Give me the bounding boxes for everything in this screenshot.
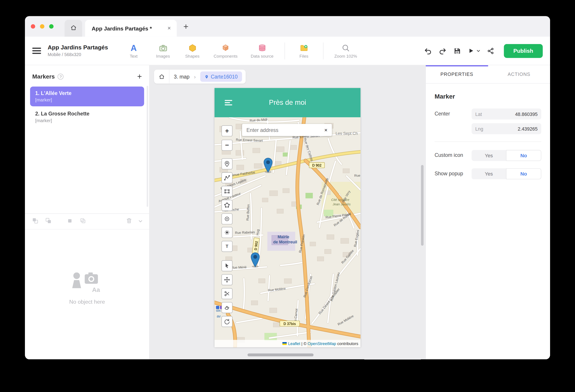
divider: [434, 141, 541, 142]
search-clear-icon[interactable]: ×: [320, 127, 332, 133]
drag-layers-button[interactable]: [221, 274, 232, 285]
editor-toolbar: App Jardins Partagés Mobile / 568x320 A …: [25, 37, 550, 65]
custom-icon-no-option[interactable]: No: [506, 150, 541, 161]
components-tool-button[interactable]: Components: [214, 43, 238, 58]
marker-list-item-1[interactable]: 1. L'Allée Verte [marker]: [30, 87, 144, 106]
leaflet-link[interactable]: Leaflet: [288, 341, 300, 346]
lat-input[interactable]: Lat 48.860395: [472, 109, 541, 119]
show-popup-yes-option[interactable]: Yes: [472, 168, 506, 179]
duplicate-button[interactable]: [66, 217, 73, 226]
osm-link[interactable]: OpenStreetMap: [308, 341, 336, 346]
empty-state: Aa No object here: [25, 230, 149, 359]
panel-scrollbar[interactable]: [147, 86, 148, 207]
custom-icon-toggle: Yes No: [472, 150, 541, 161]
app-menu-icon[interactable]: [224, 98, 233, 109]
svg-text:Rue Rabelais: Rue Rabelais: [235, 230, 255, 234]
map-svg: Rue du MidiRue Ernest SavartRue Ernest S…: [215, 117, 360, 347]
zoom-control[interactable]: Zoom 102%: [335, 43, 357, 58]
redo-icon: [439, 47, 447, 55]
insert-tools: A Text Images Shapes: [125, 43, 273, 58]
minimize-window-button[interactable]: [40, 24, 45, 29]
polygon-icon: [224, 202, 230, 209]
copy-style-button[interactable]: [79, 217, 87, 226]
breadcrumb-page[interactable]: 3. map: [174, 74, 190, 79]
tab-close-icon[interactable]: ×: [166, 25, 172, 32]
send-backward-button[interactable]: [45, 217, 52, 226]
redo-button[interactable]: [439, 47, 447, 55]
publish-button[interactable]: Publish: [504, 44, 543, 58]
database-icon: [258, 43, 266, 53]
images-tool-button[interactable]: Images: [155, 43, 171, 58]
properties-panel: PROPERTIES ACTIONS Marker Center Lat 48.…: [426, 65, 550, 359]
panel-title: Markers: [32, 73, 55, 80]
svg-text:D 37bis: D 37bis: [284, 322, 296, 326]
edit-layers-button[interactable]: [221, 260, 232, 271]
app-window: App Jardins Partagés * × + App Jardins P…: [25, 16, 550, 360]
map-component[interactable]: Rue du MidiRue Ernest SavartRue Ernest S…: [215, 117, 360, 347]
main-menu-button[interactable]: [32, 48, 41, 54]
draw-polyline-button[interactable]: [221, 172, 232, 183]
delete-options-caret[interactable]: [138, 218, 143, 225]
draw-marker-button[interactable]: [221, 158, 232, 169]
text-tool-button[interactable]: A Text: [125, 43, 142, 58]
custom-icon-yes-option[interactable]: Yes: [472, 150, 506, 161]
maximize-window-button[interactable]: [49, 24, 54, 29]
preview-button[interactable]: [468, 48, 480, 54]
rectangle-icon: [224, 188, 230, 195]
add-marker-button[interactable]: +: [137, 72, 142, 81]
zoom-out-button[interactable]: −: [221, 140, 232, 151]
marker-pin-icon: [224, 161, 230, 167]
breadcrumb-component-pill[interactable]: Carte16010: [200, 71, 242, 82]
phone-preview: Près de moi: [215, 88, 360, 347]
svg-text:Mairie: Mairie: [278, 235, 289, 239]
chevron-down-icon: [476, 49, 480, 53]
save-button[interactable]: [453, 47, 461, 55]
toolbar-divider: [323, 42, 323, 59]
tab-properties[interactable]: PROPERTIES: [426, 65, 488, 83]
home-tab[interactable]: [65, 20, 82, 37]
bring-forward-button[interactable]: [32, 217, 39, 226]
delete-button[interactable]: [126, 217, 132, 225]
vertical-scrollbar[interactable]: [421, 165, 424, 246]
shapes-tool-button[interactable]: Shapes: [184, 43, 200, 58]
window-controls: [31, 24, 53, 29]
lng-input[interactable]: Lng 2.439265: [472, 123, 541, 134]
app-header-component[interactable]: Près de moi: [215, 88, 360, 117]
address-search-input[interactable]: [242, 127, 320, 133]
editor-canvas[interactable]: 3. map › Carte16010 Près de moi: [149, 65, 425, 359]
camera-icon: [158, 43, 168, 53]
folder-icon: [299, 43, 309, 53]
breadcrumb-home-button[interactable]: [154, 70, 169, 84]
show-popup-no-option[interactable]: No: [506, 168, 541, 179]
tab-actions[interactable]: ACTIONS: [488, 65, 550, 83]
show-popup-label: Show popup: [434, 168, 463, 179]
undo-button[interactable]: [424, 47, 432, 55]
marker-list-item-2[interactable]: 2. La Grosse Rochette [marker]: [30, 107, 144, 127]
text-icon: A: [131, 44, 137, 52]
text-icon: T: [224, 243, 230, 250]
draw-rectangle-button[interactable]: [221, 186, 232, 197]
erase-layers-button[interactable]: [221, 302, 232, 313]
draw-circle-marker-button[interactable]: [221, 227, 232, 238]
share-button[interactable]: [487, 47, 494, 54]
draw-circle-button[interactable]: [221, 213, 232, 224]
svg-text:Aa: Aa: [92, 286, 100, 293]
close-window-button[interactable]: [31, 24, 35, 29]
rotate-layers-button[interactable]: [221, 316, 232, 327]
files-button[interactable]: Files: [296, 43, 312, 58]
hamburger-icon: [32, 48, 41, 49]
draw-polygon-button[interactable]: [221, 200, 232, 211]
horizontal-scrollbar[interactable]: [247, 353, 313, 356]
help-icon[interactable]: ?: [58, 74, 63, 79]
draw-text-button[interactable]: T: [221, 241, 232, 252]
data-source-tool-button[interactable]: Data source: [251, 43, 273, 58]
tab-app-jardins[interactable]: App Jardins Partagés * ×: [85, 20, 177, 37]
polyline-icon: [224, 174, 230, 181]
share-icon: [487, 47, 494, 54]
custom-icon-label: Custom icon: [434, 150, 463, 161]
zoom-in-button[interactable]: +: [221, 125, 232, 136]
cut-layers-button[interactable]: [221, 288, 232, 299]
new-tab-button[interactable]: +: [183, 22, 189, 31]
toolbar-actions: Publish: [424, 44, 543, 58]
circle-marker-icon: [224, 229, 230, 236]
